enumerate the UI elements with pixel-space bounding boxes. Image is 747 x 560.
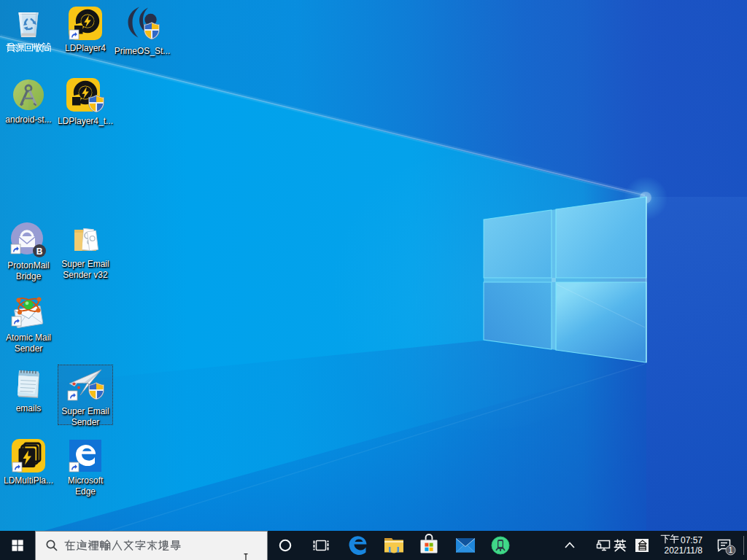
svg-text:1: 1 xyxy=(729,546,733,554)
svg-text:B: B xyxy=(36,246,43,257)
